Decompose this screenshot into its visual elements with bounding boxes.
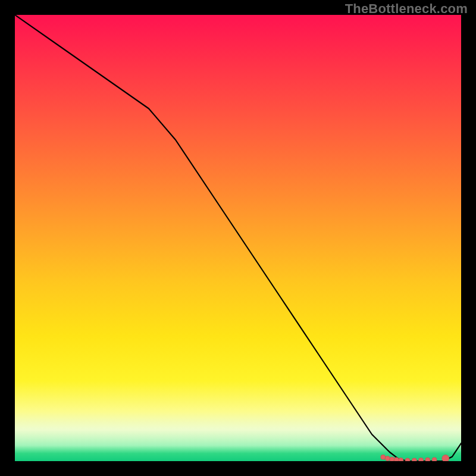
marker-point [412, 458, 416, 461]
marker-point [385, 456, 390, 461]
marker-point [442, 455, 449, 462]
marker-point [394, 458, 399, 461]
marker-point [405, 458, 410, 461]
marker-point [381, 455, 386, 459]
marker-point [425, 458, 430, 461]
watermark-text: TheBottleneck.com [345, 1, 468, 17]
marker-point [419, 458, 424, 462]
bottleneck-curve [15, 15, 461, 461]
curve-markers [381, 455, 449, 461]
marker-point [432, 458, 437, 461]
marker-point [399, 458, 403, 462]
curve-layer [15, 15, 461, 461]
plot-area [15, 15, 461, 461]
marker-point [390, 457, 394, 461]
chart-frame: TheBottleneck.com [0, 0, 476, 476]
